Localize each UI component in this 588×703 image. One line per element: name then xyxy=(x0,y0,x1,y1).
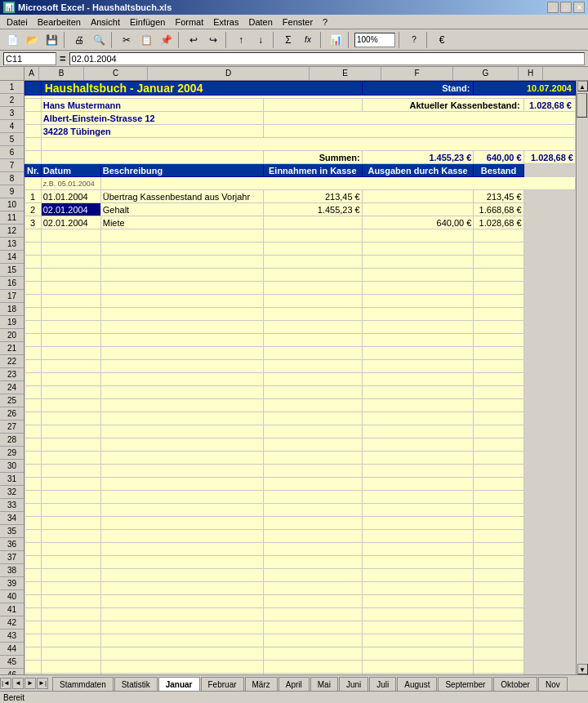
tab-mai[interactable]: Mai xyxy=(310,677,338,692)
tab-stammdaten[interactable]: Stammdaten xyxy=(52,677,114,692)
formula-input[interactable]: 02.01.2004 xyxy=(69,52,585,65)
cell-ausgaben-2[interactable] xyxy=(362,203,474,216)
maximize-button[interactable]: □ xyxy=(560,2,572,13)
cell-summen-label[interactable]: Summen: xyxy=(263,151,362,164)
tab-september[interactable]: September xyxy=(438,677,492,692)
cell-nr-2[interactable]: 2 xyxy=(25,203,42,216)
menu-extras[interactable]: Extras xyxy=(208,15,243,29)
cell-desc-2[interactable]: Gehalt xyxy=(100,203,263,216)
sheet-nav-prev[interactable]: ◄ xyxy=(12,678,24,689)
cell-kassenbestand-value[interactable]: 1.028,68 € xyxy=(523,99,575,112)
menu-format[interactable]: Format xyxy=(170,15,208,29)
cells-d4-g4[interactable] xyxy=(263,112,575,125)
redo-button[interactable]: ↪ xyxy=(204,31,222,49)
minimize-button[interactable]: _ xyxy=(547,2,559,13)
cell-bestand-2[interactable]: 1.668,68 € xyxy=(474,203,523,216)
cell-street[interactable]: Albert-Einstein-Strasse 12 xyxy=(41,112,263,125)
cell-summen-ausgaben[interactable]: 640,00 € xyxy=(474,151,523,164)
tab-august[interactable]: August xyxy=(397,677,437,692)
tab-februar[interactable]: Februar xyxy=(201,677,244,692)
cell-bestand-3[interactable]: 1.028,68 € xyxy=(474,216,523,229)
cell-a6[interactable] xyxy=(25,138,42,151)
menu-help[interactable]: ? xyxy=(318,15,332,29)
print-preview-button[interactable]: 🔍 xyxy=(90,31,108,49)
tab-juni[interactable]: Juni xyxy=(339,677,368,692)
sum-button[interactable]: Σ xyxy=(279,31,297,49)
cell-desc-3[interactable]: Miete xyxy=(100,216,263,229)
cells-b6[interactable] xyxy=(41,138,575,151)
cell-datum-1[interactable]: 01.01.2004 xyxy=(41,190,100,203)
close-button[interactable]: ✕ xyxy=(573,2,585,13)
cell-hdr-nr[interactable]: Nr. xyxy=(25,164,42,177)
sheet-nav-first[interactable]: |◄ xyxy=(0,678,11,689)
scroll-up-button[interactable]: ▲ xyxy=(577,81,588,91)
cut-button[interactable]: ✂ xyxy=(118,31,136,49)
cell-nr-1[interactable]: 1 xyxy=(25,190,42,203)
tab-januar[interactable]: Januar xyxy=(158,677,200,692)
spreadsheet-content[interactable]: Haushaltsbuch - Januar 2004 Stand: 10.07… xyxy=(24,81,576,674)
tab-statistik[interactable]: Statistik xyxy=(114,677,158,692)
tab-juli[interactable]: Juli xyxy=(369,677,396,692)
menu-daten[interactable]: Daten xyxy=(243,15,277,29)
cell-kassenbestand-label[interactable]: Aktueller Kassenbestand: xyxy=(362,99,523,112)
menu-bearbeiten[interactable]: Bearbeiten xyxy=(33,15,86,29)
cell-desc-1[interactable]: Übertrag Kassenbestand aus Vorjahr xyxy=(100,190,263,203)
cell-person-name[interactable]: Hans Mustermann xyxy=(41,99,263,112)
cell-einnahmen-1[interactable]: 213,45 € xyxy=(263,190,362,203)
cell-city[interactable]: 34228 Tübingen xyxy=(41,125,263,138)
copy-button[interactable]: 📋 xyxy=(137,31,155,49)
vertical-scrollbar[interactable]: ▲ ▼ xyxy=(576,81,588,674)
euro-button[interactable]: € xyxy=(433,31,451,49)
cell-a5[interactable] xyxy=(25,125,42,138)
sort-asc-button[interactable]: ↑ xyxy=(232,31,250,49)
cell-a1[interactable] xyxy=(25,82,42,96)
sort-desc-button[interactable]: ↓ xyxy=(252,31,270,49)
menu-fenster[interactable]: Fenster xyxy=(278,15,318,29)
tab-nov[interactable]: Nov xyxy=(538,677,568,692)
cell-hdr-ausgaben[interactable]: Ausgaben durch Kasse xyxy=(362,164,474,177)
zoom-input[interactable] xyxy=(354,33,395,47)
cell-datum-2[interactable]: 02.01.2004 xyxy=(41,203,100,216)
cells-b7[interactable] xyxy=(41,151,263,164)
cell-summen-einnahmen[interactable]: 1.455,23 € xyxy=(362,151,474,164)
tab-maerz[interactable]: März xyxy=(245,677,278,692)
cell-hdr-bestand[interactable]: Bestand xyxy=(474,164,523,177)
cell-datum-3[interactable]: 02.01.2004 xyxy=(41,216,100,229)
cell-a7[interactable] xyxy=(25,151,42,164)
cell-d3[interactable] xyxy=(263,99,362,112)
cells-d5-g5[interactable] xyxy=(263,125,575,138)
cell-einnahmen-3[interactable] xyxy=(263,216,362,229)
new-button[interactable]: 📄 xyxy=(3,31,21,49)
print-button[interactable]: 🖨 xyxy=(70,31,88,49)
chart-button[interactable]: 📊 xyxy=(327,31,345,49)
tab-oktober[interactable]: Oktober xyxy=(493,677,537,692)
scroll-thumb[interactable] xyxy=(577,93,587,118)
cell-a9[interactable] xyxy=(25,177,42,190)
scroll-down-button[interactable]: ▼ xyxy=(577,664,588,674)
cell-ausgaben-1[interactable] xyxy=(362,190,474,203)
cell-stand-date[interactable]: 10.07.2004 xyxy=(474,82,576,96)
cell-reference-box[interactable]: C11 xyxy=(3,52,56,65)
menu-ansicht[interactable]: Ansicht xyxy=(86,15,125,29)
cell-a3[interactable] xyxy=(25,99,42,112)
cell-summen-bestand[interactable]: 1.028,68 € xyxy=(523,151,575,164)
cell-a4[interactable] xyxy=(25,112,42,125)
paste-button[interactable]: 📌 xyxy=(157,31,175,49)
fx-button[interactable]: fx xyxy=(299,31,317,49)
sheet-nav-last[interactable]: ►| xyxy=(37,678,48,689)
cell-hdr-einnahmen[interactable]: Einnahmen in Kasse xyxy=(263,164,362,177)
menu-einfuegen[interactable]: Einfügen xyxy=(125,15,170,29)
cell-datum-hint[interactable]: z.B. 05.01.2004 xyxy=(41,177,100,190)
cell-ausgaben-3[interactable]: 640,00 € xyxy=(362,216,474,229)
cell-einnahmen-2[interactable]: 1.455,23 € xyxy=(263,203,362,216)
tab-april[interactable]: April xyxy=(278,677,310,692)
save-button[interactable]: 💾 xyxy=(42,31,60,49)
cell-hdr-beschreibung[interactable]: Beschreibung xyxy=(100,164,263,177)
sheet-nav-next[interactable]: ► xyxy=(24,678,36,689)
menu-datei[interactable]: Datei xyxy=(2,15,33,29)
open-button[interactable]: 📂 xyxy=(23,31,41,49)
cell-title[interactable]: Haushaltsbuch - Januar 2004 xyxy=(41,82,362,96)
cells-c9[interactable] xyxy=(100,177,575,190)
cell-stand-label[interactable]: Stand: xyxy=(362,82,474,96)
help-button[interactable]: ? xyxy=(405,31,423,49)
